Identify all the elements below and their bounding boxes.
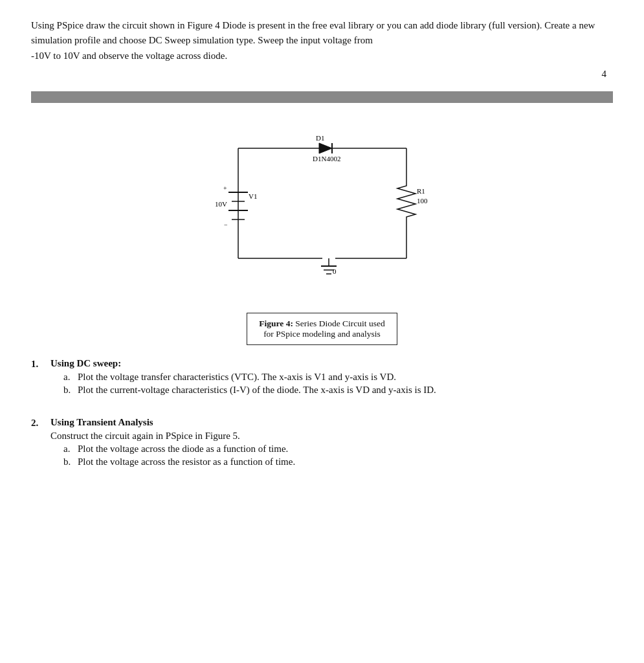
page: Using PSpice draw the circuit shown in F…	[0, 0, 644, 499]
question2-number: 2.	[31, 417, 50, 429]
question2-title: Using Transient Analysis	[50, 417, 613, 428]
sub-a-text: Plot the voltage transfer characteristic…	[78, 372, 396, 383]
sub-b-text: Plot the current-voltage characteristics…	[78, 385, 436, 396]
intro-paragraph: Using PSpice draw the circuit shown in F…	[31, 18, 613, 63]
circuit-svg: V1 10V + −	[186, 116, 458, 304]
svg-marker-13	[319, 143, 332, 153]
v1-value: 10V	[215, 200, 227, 208]
circuit-diagram: V1 10V + −	[186, 116, 458, 306]
separator-bar	[31, 91, 613, 103]
r1-value: 100	[417, 197, 428, 205]
q2-sub-a-text: Plot the voltage across the diode as a f…	[78, 444, 288, 455]
questions-section: 1. Using DC sweep: a. Plot the voltage t…	[31, 358, 613, 469]
q2-sub-a-label: a.	[63, 444, 78, 455]
v1-label: V1	[249, 192, 257, 200]
question1-sub-a: a. Plot the voltage transfer characteris…	[63, 372, 613, 383]
page-number: 4	[31, 69, 613, 80]
figure-caption-text: Series Diode Circuit used	[295, 319, 384, 328]
intro-text1: Using PSpice draw the circuit shown in F…	[31, 20, 595, 45]
figure-caption: Figure 4: Series Diode Circuit used for …	[247, 313, 397, 345]
sub-b-label: b.	[63, 385, 78, 396]
d1-type: D1N4002	[313, 155, 340, 163]
question1: 1. Using DC sweep: a. Plot the voltage t…	[31, 358, 613, 398]
question1-number: 1.	[31, 358, 50, 370]
figure-caption-text2: for PSpice modeling and analysis	[263, 329, 381, 339]
question2: 2. Using Transient Analysis Construct th…	[31, 417, 613, 469]
question1-sublist: a. Plot the voltage transfer characteris…	[50, 372, 613, 396]
ground-label: 0	[333, 267, 337, 275]
question2-sub-b: b. Plot the voltage across the resistor …	[63, 456, 613, 467]
circuit-area: V1 10V + −	[31, 109, 613, 345]
question2-sub-a: a. Plot the voltage across the diode as …	[63, 444, 613, 455]
circuit-wrapper: V1 10V + −	[186, 116, 458, 345]
question1-title: Using DC sweep:	[50, 358, 613, 369]
q2-sub-b-label: b.	[63, 456, 78, 467]
figure-label: Figure 4:	[259, 319, 293, 328]
sub-a-label: a.	[63, 372, 78, 383]
question2-sublist: a. Plot the voltage across the diode as …	[50, 444, 613, 467]
q2-sub-b-text: Plot the voltage across the resistor as …	[78, 456, 295, 467]
question1-sub-b: b. Plot the current-voltage characterist…	[63, 385, 613, 396]
svg-text:+: +	[223, 185, 227, 192]
svg-text:−: −	[224, 221, 228, 229]
question2-content: Using Transient Analysis Construct the c…	[50, 417, 613, 469]
question2-intro: Construct the circuit again in PSpice in…	[50, 431, 613, 442]
d1-label: D1	[316, 134, 324, 142]
r1-label: R1	[417, 187, 425, 195]
intro-text2: -10V to 10V and observe the voltage acro…	[31, 51, 227, 61]
question1-content: Using DC sweep: a. Plot the voltage tran…	[50, 358, 613, 398]
